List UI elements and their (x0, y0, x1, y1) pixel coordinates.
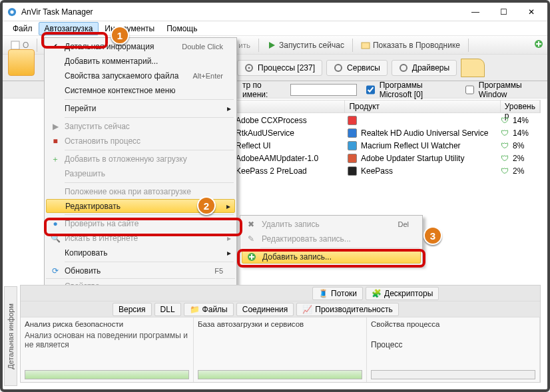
tab-drivers[interactable]: Драйверы (392, 60, 457, 76)
tab-services[interactable]: Сервисы (326, 60, 388, 76)
list-row[interactable]: Reflect UI Macrium Reflect UI Watcher 🛡8… (233, 139, 541, 152)
menu-detailed-info[interactable]: ✔Детальная информацияDouble Click (46, 39, 235, 54)
list-body: Adobe CCXProcess 🛡14% RtkAudUService Rea… (233, 114, 541, 177)
app-icon (7, 7, 17, 17)
filter-label: тр по имени: (242, 81, 284, 99)
menu-check-site[interactable]: ●Проверить на сайте (46, 216, 235, 231)
list-row[interactable]: RtkAudUService Realtek HD Audio Universa… (233, 126, 541, 139)
toolbar-show-explorer[interactable]: Показать в Проводнике (357, 39, 464, 51)
list-row[interactable]: AdobeAAMUpdater-1.0 Adobe Updater Startu… (233, 152, 541, 164)
folder-icon: 📁 (190, 305, 200, 314)
refresh-icon: ⟳ (51, 266, 60, 276)
tab-version[interactable]: Версия (113, 303, 152, 316)
shield-icon: 🛡 (501, 128, 509, 138)
pane-db: База автозагрузки и сервисов (194, 317, 367, 382)
shield-icon: 🛡 (501, 154, 509, 163)
svg-marker-3 (269, 42, 275, 49)
product-icon (348, 128, 357, 138)
pane-risk: Анализ риска безопасности Анализ основан… (21, 317, 194, 382)
menu-goto[interactable]: Перейти▸ (46, 101, 235, 116)
toolbar-more[interactable]: ить (234, 40, 254, 51)
filter-windows-checkbox[interactable]: Программы Window (463, 81, 542, 99)
menu-stop-process[interactable]: ■Остановить процесс (46, 134, 235, 148)
tab-threads[interactable]: 🧵Потоки (312, 287, 363, 300)
app-window: AnVir Task Manager — ☐ ✕ Файл Автозагруз… (0, 0, 550, 392)
shield-icon: 🛡 (501, 166, 509, 176)
list-row[interactable]: KeePass 2 PreLoad KeePass 🛡2% (233, 164, 541, 177)
menu-refresh[interactable]: ⟳ОбновитьF5 (46, 264, 235, 278)
svg-point-9 (400, 65, 407, 71)
product-icon (348, 116, 357, 125)
menu-search-internet[interactable]: 🔍Искать в Интернете▸ (46, 231, 235, 246)
menubar: Файл Автозагрузка Инструменты Помощь (3, 21, 547, 36)
toolbar-run-now[interactable]: Запустить сейчас (263, 39, 348, 51)
tab-processes[interactable]: Процессы [237] (237, 60, 322, 76)
menu-edit[interactable]: Редактировать▸ (46, 199, 235, 213)
tree-panel (8, 49, 41, 283)
add-icon: ＋ (51, 154, 60, 164)
col-risk[interactable]: Уровень р (501, 100, 540, 112)
globe-icon: ● (51, 219, 60, 228)
menu-run-now[interactable]: ▶Запустить сейчас (46, 119, 235, 134)
menu-startup[interactable]: Автозагрузка (39, 22, 99, 35)
submenu-delete-record[interactable]: ✖Удалить записьDel (242, 217, 421, 232)
minimize-button[interactable]: — (467, 7, 483, 17)
threads-icon: 🧵 (318, 289, 328, 298)
tab-connections[interactable]: Соединения (236, 303, 294, 316)
filter-input[interactable] (290, 84, 357, 96)
sticky-note-icon[interactable] (461, 59, 485, 77)
menu-add-comment[interactable]: Добавить комментарий... (46, 54, 235, 69)
product-icon (348, 141, 357, 150)
tab-dll[interactable]: DLL (154, 303, 181, 316)
context-submenu-edit: ✖Удалить записьDel ✎Редактировать запись… (240, 215, 423, 266)
menu-file-properties[interactable]: Свойства запускаемого файлаAlt+Enter (46, 69, 235, 83)
stop-icon: ■ (51, 136, 60, 146)
close-button[interactable]: ✕ (523, 7, 539, 17)
svg-rect-2 (11, 41, 19, 49)
edit-icon: ✎ (246, 234, 256, 244)
shield-icon: 🛡 (501, 116, 509, 125)
shield-icon: 🛡 (501, 141, 509, 150)
menu-help[interactable]: Помощь (160, 22, 203, 35)
context-menu-startup: ✔Детальная информацияDouble Click Добави… (44, 37, 237, 295)
submenu-edit-record[interactable]: ✎Редактировать запись... (242, 232, 421, 246)
product-icon (348, 154, 357, 163)
menu-file[interactable]: Файл (7, 22, 39, 35)
play-icon: ▶ (51, 122, 60, 131)
category-icon (8, 49, 35, 76)
maximize-button[interactable]: ☐ (495, 7, 511, 17)
svg-point-7 (248, 67, 250, 69)
delete-icon: ✖ (246, 220, 256, 229)
side-tab-details[interactable]: Детальная информ (4, 286, 17, 386)
list-header: Продукт Уровень р (233, 100, 541, 113)
svg-point-1 (10, 10, 13, 13)
tab-performance[interactable]: 📈Производительность (296, 303, 398, 316)
guide-callout-3: 3 (423, 226, 442, 245)
menu-tools[interactable]: Инструменты (99, 22, 160, 35)
tab-descriptors[interactable]: 🧩Дескрипторы (366, 287, 439, 300)
svg-rect-4 (362, 43, 370, 49)
search-icon: 🔍 (51, 234, 60, 243)
pane-process-props: Свойства процесса Процесс (367, 317, 540, 382)
menu-window-position[interactable]: Положение окна при автозагрузке (46, 184, 235, 199)
window-title: AnVir Task Manager (21, 7, 467, 17)
chart-icon: 📈 (302, 305, 312, 314)
menu-allow[interactable]: Разрешить (46, 166, 235, 181)
details-panel: 🧵Потоки 🧩Дескрипторы Версия DLL 📁Файлы С… (20, 285, 541, 383)
menu-delay-load[interactable]: ＋Добавить в отложенную загрузку (46, 152, 235, 166)
tab-files[interactable]: 📁Файлы (184, 303, 234, 316)
submenu-add-record[interactable]: Добавить запись... (242, 250, 421, 264)
add-icon (247, 252, 256, 262)
menu-system-context[interactable]: Системное контекстное меню (46, 83, 235, 98)
list-row[interactable]: Adobe CCXProcess 🛡14% (233, 114, 541, 126)
menu-copy[interactable]: Копировать▸ (46, 246, 235, 260)
col-product[interactable]: Продукт (345, 100, 500, 112)
product-icon (348, 166, 357, 176)
titlebar: AnVir Task Manager — ☐ ✕ (3, 3, 547, 21)
svg-point-8 (335, 65, 342, 71)
filter-microsoft-checkbox[interactable]: Программы Microsoft [0] (364, 81, 456, 99)
toolbar-add-icon[interactable] (534, 39, 543, 51)
descriptors-icon: 🧩 (372, 289, 382, 298)
